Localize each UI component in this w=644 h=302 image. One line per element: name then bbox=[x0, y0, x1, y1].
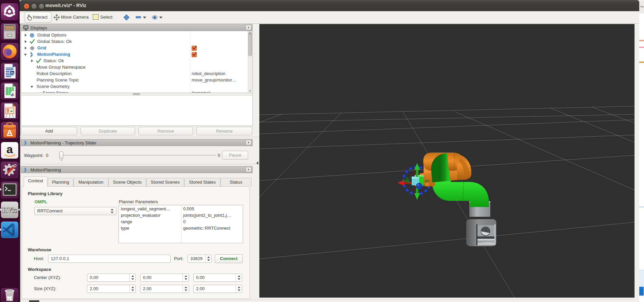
svg-text:RViz: RViz bbox=[2, 206, 17, 214]
svg-text:a: a bbox=[6, 143, 13, 156]
